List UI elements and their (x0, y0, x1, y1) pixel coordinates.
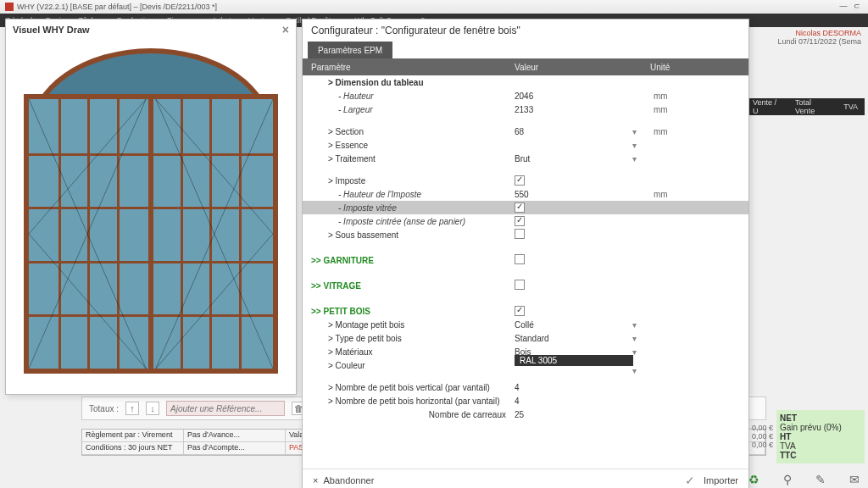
svg-line-7 (156, 234, 273, 369)
value-hauteur[interactable]: 2046 (515, 92, 533, 101)
close-button[interactable]: ⊂ (851, 2, 863, 12)
value-montage-pb[interactable]: Collé (515, 320, 534, 330)
close-icon[interactable]: × (313, 475, 318, 485)
checkbox-imposte-cintree[interactable] (515, 216, 525, 226)
arrow-up-icon[interactable]: ↑ (125, 402, 139, 415)
config-title: Configurateur : "Configurateur de fenêtr… (303, 19, 748, 42)
pencil-icon[interactable]: ✎ (815, 473, 826, 486)
param-imposte[interactable]: > Imposte (311, 176, 365, 186)
param-materiaux[interactable]: > Matériaux (311, 347, 373, 357)
window-drawing (15, 43, 287, 382)
param-largeur[interactable]: - Largeur (311, 105, 373, 114)
checkbox-sous-bassement[interactable] (515, 229, 525, 239)
param-hauteur-imposte[interactable]: - Hauteur de l'Imposte (311, 190, 421, 199)
user-name: Nicolas DESORMA (777, 29, 861, 37)
svg-line-3 (29, 234, 146, 369)
param-hauteur[interactable]: - Hauteur (311, 92, 374, 101)
chevron-down-icon[interactable]: ▾ (632, 334, 637, 343)
app-title: WHY (V22.2.1) [BASE par défaut] – [Devis… (17, 3, 217, 11)
summary-ht: HT (780, 432, 791, 441)
app-icon (5, 3, 14, 11)
param-dimension[interactable]: > Dimension du tableau (311, 78, 424, 87)
param-essence[interactable]: > Essence (311, 141, 368, 150)
visuel-title: Visuel WHY Draw (13, 25, 90, 35)
reference-input[interactable] (166, 401, 285, 416)
value-nb-pb-horiz[interactable]: 4 (515, 396, 520, 406)
summary-net: NET (780, 413, 797, 423)
import-button[interactable]: Importer (704, 475, 738, 485)
chevron-down-icon[interactable]: ▾ (632, 320, 637, 330)
checkbox-imposte-vitree[interactable] (515, 202, 525, 213)
param-traitement[interactable]: > Traitement (311, 154, 376, 164)
abandon-button[interactable]: Abandonner (323, 475, 374, 485)
param-nb-pb-vert[interactable]: > Nombre de petit bois vertical (par van… (311, 383, 490, 392)
summary-ttc: TTC (780, 451, 796, 460)
mail-icon[interactable]: ✉ (849, 473, 860, 486)
config-footer: × Abandonner ✓ Importer (303, 469, 748, 488)
value-hauteur-imposte[interactable]: 550 (515, 190, 529, 199)
chevron-down-icon[interactable]: ▾ (632, 127, 637, 136)
checkbox-imposte[interactable] (515, 175, 525, 186)
param-sous-bassement[interactable]: > Sous bassement (311, 230, 398, 240)
chevron-down-icon[interactable]: ▾ (632, 154, 637, 164)
arrow-down-icon[interactable]: ↓ (146, 402, 159, 415)
checkbox-petit-bois[interactable] (515, 306, 525, 316)
param-imposte-cintree[interactable]: - Imposte cintrée (anse de panier) (311, 217, 465, 226)
value-traitement[interactable]: Brut (515, 154, 530, 164)
cat-vitrage[interactable]: >> VITRAGE (311, 281, 361, 291)
param-nb-carreaux: Nombre de carreaux (429, 410, 506, 419)
cat-garniture[interactable]: >> GARNITURE (311, 256, 374, 265)
close-icon[interactable]: × (282, 23, 289, 36)
main-area: Nicolas DESORMA Lundi 07/11/2022 (Sema V… (0, 27, 868, 488)
value-couleur[interactable]: RAL 3005 (515, 355, 633, 366)
param-couleur[interactable]: > Couleur (311, 361, 365, 370)
svg-line-2 (29, 99, 146, 234)
cat-petit-bois[interactable]: >> PETIT BOIS (311, 307, 370, 316)
totaux-label: Totaux : (89, 404, 119, 413)
param-nb-pb-horiz[interactable]: > Nombre de petit bois horizontal (par v… (311, 396, 500, 406)
chevron-down-icon[interactable]: ▾ (632, 366, 637, 375)
value-largeur[interactable]: 2133 (515, 105, 533, 114)
cell-avance[interactable]: Pas d'Avance... (184, 430, 286, 442)
param-montage-pb[interactable]: > Montage petit bois (311, 320, 404, 330)
cell-acompte[interactable]: Pas d'Acompte... (184, 442, 286, 455)
current-date: Lundi 07/11/2022 (Sema (777, 37, 861, 46)
value-nb-carreaux: 25 (515, 410, 524, 419)
svg-line-6 (156, 99, 273, 234)
value-section[interactable]: 68 (515, 127, 524, 136)
visuel-panel: Visuel WHY Draw × (5, 19, 297, 395)
checkbox-vitrage[interactable] (515, 280, 525, 290)
bookmark-icon[interactable]: ⚲ (783, 473, 792, 486)
param-header-row: Paramètre Valeur Unité (303, 58, 748, 75)
amounts-col: 0,00 €0,00 €0,00 € (752, 424, 773, 449)
summary-tva: TVA (780, 441, 796, 451)
summary-box: NET Gain prévu (0%) HT TVA TTC (776, 410, 865, 463)
value-type-pb[interactable]: Standard (515, 334, 549, 343)
minimize-button[interactable]: — (837, 2, 849, 12)
chevron-down-icon[interactable]: ▾ (632, 141, 637, 150)
check-icon[interactable]: ✓ (685, 474, 695, 487)
summary-gain: Gain prévu (0%) (780, 423, 842, 432)
user-info: Nicolas DESORMA Lundi 07/11/2022 (Sema (774, 27, 865, 47)
checkbox-garniture[interactable] (515, 254, 525, 264)
param-section[interactable]: > Section (311, 127, 364, 136)
config-panel: Configurateur : "Configurateur de fenêtr… (302, 19, 749, 488)
tab-parametres[interactable]: Paramètres EPM (308, 42, 392, 58)
background-columns: Vente / UTotal VenteTVA (746, 98, 865, 115)
value-nb-pb-vert[interactable]: 4 (515, 383, 520, 392)
param-type-pb[interactable]: > Type de petit bois (311, 334, 402, 343)
cell-conditions[interactable]: Conditions : 30 jours NET (82, 442, 184, 455)
title-bar: WHY (V22.2.1) [BASE par défaut] – [Devis… (0, 0, 868, 14)
recycle-icon[interactable]: ♻ (748, 473, 760, 486)
param-body[interactable]: > Dimension du tableau - Hauteur2046mm -… (303, 75, 748, 469)
param-imposte-vitree[interactable]: - Imposte vitrée (311, 203, 397, 213)
cell-reglement[interactable]: Règlement par : Virement (82, 430, 184, 442)
